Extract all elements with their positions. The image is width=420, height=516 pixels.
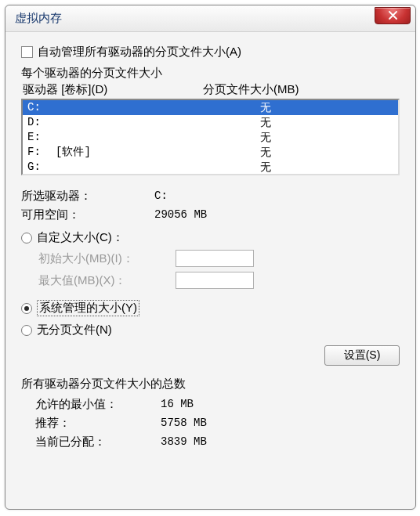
drive-letter: C: [27,100,56,115]
min-value: 16 MB [161,395,194,413]
current-label: 当前已分配： [35,432,161,451]
drive-size: 无 [260,145,393,160]
drive-letter: F: [27,145,56,160]
max-size-row: 最大值(MB)(X)： [21,272,400,289]
current-value: 3839 MB [161,432,207,451]
drive-volume-label [56,130,260,145]
set-button-row: 设置(S) [21,345,400,366]
recommend-label: 推荐： [35,413,161,432]
system-managed-label: 系统管理的大小(Y) [37,300,139,316]
no-paging-row: 无分页文件(N) [21,323,400,337]
no-paging-label: 无分页文件(N) [37,323,112,337]
drive-size: 无 [260,130,393,145]
auto-manage-label: 自动管理所有驱动器的分页文件大小(A) [38,45,241,60]
max-size-input[interactable] [176,272,254,289]
drive-size: 无 [260,160,393,175]
drive-letter: G: [27,160,56,175]
auto-manage-row: 自动管理所有驱动器的分页文件大小(A) [21,45,400,60]
col-size-label: 分页文件大小(MB) [203,82,398,97]
drive-list-headers: 驱动器 [卷标](D) 分页文件大小(MB) [21,82,400,97]
recommend-row: 推荐： 5758 MB [21,413,400,432]
current-row: 当前已分配： 3839 MB [21,432,400,451]
free-space-row: 可用空间： 29056 MB [21,205,400,224]
drive-row[interactable]: F:[软件]无 [23,145,398,160]
selected-drive-label: 所选驱动器： [21,186,154,205]
custom-size-label: 自定义大小(C)： [37,230,124,245]
titlebar: 虚拟内存 [5,5,415,32]
custom-size-radio[interactable] [21,233,32,244]
drive-volume-label [56,160,260,175]
virtual-memory-dialog: 虚拟内存 自动管理所有驱动器的分页文件大小(A) 每个驱动器的分页文件大小 驱动… [5,5,416,510]
selected-drive-row: 所选驱动器： C: [21,186,400,205]
max-size-label: 最大值(MB)(X)： [38,273,176,288]
free-space-value: 29056 MB [154,205,207,224]
drive-volume-label [56,115,260,130]
initial-size-label: 初始大小(MB)(I)： [38,251,176,266]
drive-size: 无 [260,100,393,115]
per-drive-header: 每个驱动器的分页文件大小 [21,66,400,81]
no-paging-radio[interactable] [21,325,32,336]
system-managed-radio[interactable] [21,303,32,314]
window-title: 虚拟内存 [15,11,375,26]
drive-volume-label [56,100,260,115]
drive-row[interactable]: E:无 [23,130,398,145]
set-button[interactable]: 设置(S) [324,345,400,366]
drive-size: 无 [260,115,393,130]
dialog-content: 自动管理所有驱动器的分页文件大小(A) 每个驱动器的分页文件大小 驱动器 [卷标… [5,32,415,459]
auto-manage-checkbox[interactable] [21,46,33,58]
initial-size-row: 初始大小(MB)(I)： [21,250,400,267]
system-managed-row: 系统管理的大小(Y) [21,300,400,316]
custom-size-row: 自定义大小(C)： [21,230,400,245]
drive-volume-label: [软件] [56,145,260,160]
drive-list[interactable]: C:无D:无E:无F:[软件]无G:无 [21,99,400,175]
drive-row[interactable]: D:无 [23,115,398,130]
col-drive-label: 驱动器 [卷标](D) [23,82,203,97]
free-space-label: 可用空间： [21,205,154,224]
drive-letter: D: [27,115,56,130]
min-label: 允许的最小值： [35,395,161,413]
summary-title: 所有驱动器分页文件大小的总数 [21,377,400,392]
selected-drive-value: C: [154,186,168,205]
initial-size-input[interactable] [176,250,254,267]
min-row: 允许的最小值： 16 MB [21,395,400,413]
drive-row[interactable]: G:无 [23,160,398,175]
close-icon [389,11,397,20]
recommend-value: 5758 MB [161,413,207,432]
drive-row[interactable]: C:无 [23,100,398,115]
set-button-label: 设置(S) [344,348,381,363]
close-button[interactable] [375,7,411,24]
drive-letter: E: [27,130,56,145]
